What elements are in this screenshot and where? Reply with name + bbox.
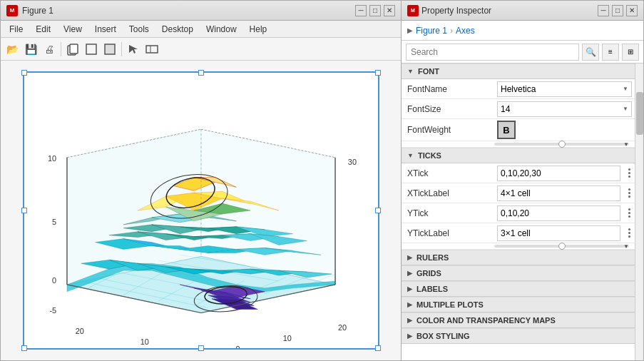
pi-close-button[interactable]: ✕ bbox=[626, 5, 638, 16]
xticklabel-value bbox=[494, 184, 623, 203]
ticks-section-header[interactable]: ▼ TICKS bbox=[402, 148, 635, 163]
svg-text:0: 0 bbox=[52, 276, 56, 285]
handle-bot-center[interactable] bbox=[198, 345, 204, 351]
ticks-slider-thumb[interactable] bbox=[558, 243, 566, 250]
pi-minimize-button[interactable]: ─ bbox=[598, 5, 609, 16]
ytick-value bbox=[494, 204, 623, 223]
ticks-slider-icon: ▼ bbox=[623, 243, 629, 250]
list-view-button[interactable]: ≡ bbox=[602, 44, 619, 61]
pi-content: ▼ FONT FontName Helvetica ▼ FontSize bbox=[402, 63, 635, 360]
titlebar-left: M Figure 1 bbox=[6, 5, 53, 16]
yticklabel-input[interactable] bbox=[497, 225, 620, 241]
menu-window[interactable]: Window bbox=[200, 23, 242, 36]
font-section-label: FONT bbox=[418, 67, 439, 76]
search-button[interactable]: 🔍 bbox=[582, 44, 599, 61]
fontname-dropdown[interactable]: Helvetica ▼ bbox=[497, 81, 632, 97]
handle-top-center[interactable] bbox=[198, 70, 204, 76]
menu-file[interactable]: File bbox=[4, 23, 29, 36]
svg-text:20: 20 bbox=[337, 323, 346, 332]
toolbar-print-btn[interactable]: 🖨 bbox=[41, 41, 58, 58]
yticklabel-label: YTickLabel bbox=[402, 225, 494, 241]
pi-matlab-icon: M bbox=[407, 5, 419, 16]
rulers-section-label: RULERS bbox=[416, 253, 449, 262]
scrollbar-track[interactable] bbox=[635, 63, 643, 360]
rulers-section-arrow: ▶ bbox=[407, 254, 412, 261]
pi-maximize-button[interactable]: □ bbox=[612, 5, 623, 16]
breadcrumb-axes[interactable]: Axes bbox=[456, 26, 475, 36]
toolbar-rect2-btn[interactable] bbox=[101, 41, 118, 58]
svg-text:0: 0 bbox=[207, 347, 211, 348]
toolbar-rect-btn[interactable] bbox=[83, 41, 100, 58]
maximize-button[interactable]: □ bbox=[369, 5, 381, 16]
svg-text:0: 0 bbox=[235, 345, 240, 348]
ytick-label: YTick bbox=[402, 205, 494, 221]
grids-section-arrow: ▶ bbox=[407, 270, 412, 277]
menu-tools[interactable]: Tools bbox=[123, 23, 155, 36]
grids-section-label: GRIDS bbox=[416, 269, 441, 278]
xtick-row: XTick bbox=[402, 163, 635, 183]
fontweight-bold-button[interactable]: B bbox=[497, 121, 516, 139]
xticklabel-dots-menu[interactable] bbox=[623, 187, 635, 199]
fontweight-label: FontWeight bbox=[402, 122, 494, 138]
ytick-dots-menu[interactable] bbox=[623, 207, 635, 219]
colortransparency-section-header[interactable]: ▶ COLOR AND TRANSPARENCY MAPS bbox=[402, 312, 635, 328]
svg-rect-1 bbox=[70, 44, 78, 54]
xtick-input[interactable] bbox=[497, 166, 620, 181]
handle-mid-left[interactable] bbox=[21, 208, 27, 213]
labels-section-header[interactable]: ▶ LABELS bbox=[402, 281, 635, 297]
pi-titlebar: M Property Inspector ─ □ ✕ bbox=[402, 1, 643, 21]
search-input[interactable] bbox=[406, 44, 579, 61]
minimize-button[interactable]: ─ bbox=[355, 5, 367, 16]
toolbar-sep-2 bbox=[121, 42, 122, 56]
figure-title: Figure 1 bbox=[22, 6, 53, 16]
pi-content-wrapper: ▼ FONT FontName Helvetica ▼ FontSize bbox=[402, 63, 643, 360]
font-slider-thumb[interactable] bbox=[558, 141, 566, 148]
toolbar-save-btn[interactable]: 💾 bbox=[22, 41, 39, 58]
handle-mid-right[interactable] bbox=[375, 208, 381, 213]
rulers-section-header[interactable]: ▶ RULERS bbox=[402, 250, 635, 265]
xticklabel-input[interactable] bbox=[497, 185, 620, 201]
toolbar-rect3-btn[interactable] bbox=[143, 41, 160, 58]
menu-desktop[interactable]: Desktop bbox=[156, 23, 199, 36]
toolbar-copy-btn[interactable] bbox=[64, 41, 81, 58]
boxstyling-section-header[interactable]: ▶ BOX STYLING bbox=[402, 328, 635, 344]
menu-help[interactable]: Help bbox=[244, 23, 273, 36]
xtick-dots-menu[interactable] bbox=[623, 167, 635, 179]
menu-insert[interactable]: Insert bbox=[89, 23, 122, 36]
xticklabel-row: XTickLabel bbox=[402, 183, 635, 203]
menu-view[interactable]: View bbox=[58, 23, 88, 36]
grids-section-header[interactable]: ▶ GRIDS bbox=[402, 265, 635, 281]
xtick-value bbox=[494, 164, 623, 183]
scrollbar-thumb[interactable] bbox=[636, 92, 643, 135]
toolbar-open-btn[interactable]: 📂 bbox=[4, 41, 21, 58]
svg-text:10: 10 bbox=[282, 334, 291, 342]
sort-button[interactable]: ⊞ bbox=[622, 44, 639, 61]
plot-container[interactable]: 10 5 0 -5 20 10 0 0 10 20 30 bbox=[23, 71, 379, 350]
handle-bot-left[interactable] bbox=[21, 345, 27, 351]
yticklabel-dots-menu[interactable] bbox=[623, 227, 635, 239]
ytick-input[interactable] bbox=[497, 205, 620, 221]
font-section-header[interactable]: ▼ FONT bbox=[402, 63, 635, 79]
ticks-slider[interactable]: ▼ bbox=[494, 245, 629, 248]
svg-text:5: 5 bbox=[52, 218, 56, 226]
plot-area: 10 5 0 -5 20 10 0 0 10 20 30 bbox=[1, 61, 401, 360]
font-section-arrow: ▼ bbox=[407, 68, 414, 75]
breadcrumb-figure[interactable]: Figure 1 bbox=[416, 26, 447, 36]
handle-bot-right[interactable] bbox=[375, 345, 381, 351]
font-slider-icon: ▼ bbox=[623, 141, 629, 148]
menu-edit[interactable]: Edit bbox=[30, 23, 56, 36]
fontsize-dropdown[interactable]: 14 ▼ bbox=[497, 101, 632, 117]
breadcrumb-expand-icon: ▶ bbox=[407, 26, 413, 34]
pi-controls: ─ □ ✕ bbox=[598, 5, 638, 16]
multipleplots-section-arrow: ▶ bbox=[407, 301, 412, 308]
fontname-row: FontName Helvetica ▼ bbox=[402, 79, 635, 99]
multipleplots-section-header[interactable]: ▶ MULTIPLE PLOTS bbox=[402, 297, 635, 312]
handle-top-right[interactable] bbox=[375, 70, 381, 76]
handle-top-left[interactable] bbox=[21, 70, 27, 76]
pi-title-text: Property Inspector bbox=[421, 6, 491, 16]
close-button[interactable]: ✕ bbox=[384, 5, 395, 16]
svg-text:-5: -5 bbox=[49, 306, 56, 315]
font-slider[interactable]: ▼ bbox=[494, 143, 629, 146]
boxstyling-section-arrow: ▶ bbox=[407, 332, 412, 340]
toolbar-arrow-btn[interactable] bbox=[125, 41, 142, 58]
